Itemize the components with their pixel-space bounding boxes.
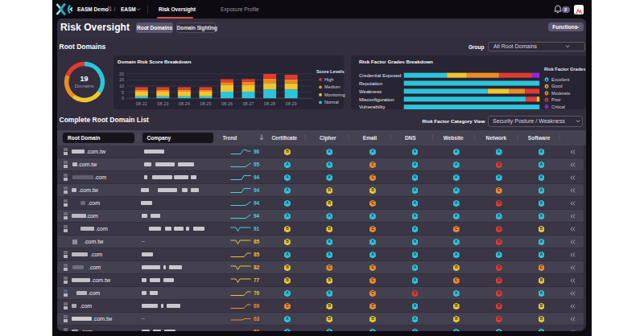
svg-text:Weakness: Weakness [359,88,382,93]
svg-text:Vulnerability: Vulnerability [359,104,385,109]
svg-text:Monitoring: Monitoring [324,92,345,97]
svg-text:5: 5 [122,89,124,94]
svg-text:Good: Good [551,84,562,88]
svg-text:Normal: Normal [324,100,339,104]
svg-text:Misconfiguration: Misconfiguration [359,96,394,101]
svg-text:08-28: 08-28 [264,100,275,105]
svg-text:0: 0 [122,96,124,100]
svg-text:Credential Exposed: Credential Exposed [359,73,401,78]
svg-text:15: 15 [119,77,124,82]
svg-text:08-26: 08-26 [221,100,233,105]
svg-text:08-24: 08-24 [179,100,190,105]
svg-text:20: 20 [119,72,124,76]
svg-text:Medium: Medium [324,84,341,89]
svg-text:High: High [324,77,333,82]
svg-text:08-25: 08-25 [200,100,211,105]
svg-text:Reputation: Reputation [359,80,382,85]
svg-text:Critical: Critical [551,104,565,109]
svg-text:10: 10 [119,84,124,88]
svg-text:08-22: 08-22 [136,100,147,105]
svg-text:Moderate: Moderate [551,91,570,96]
svg-text:08-29: 08-29 [286,100,297,105]
svg-text:08-23: 08-23 [157,100,168,105]
svg-text:08-27: 08-27 [243,100,254,105]
svg-text:F: F [546,105,547,109]
svg-text:Score Levels: Score Levels [316,68,345,73]
svg-text:Excellent: Excellent [551,77,570,82]
svg-text:Risk Factor Grades: Risk Factor Grades [544,66,585,71]
svg-text:Poor: Poor [551,97,561,102]
